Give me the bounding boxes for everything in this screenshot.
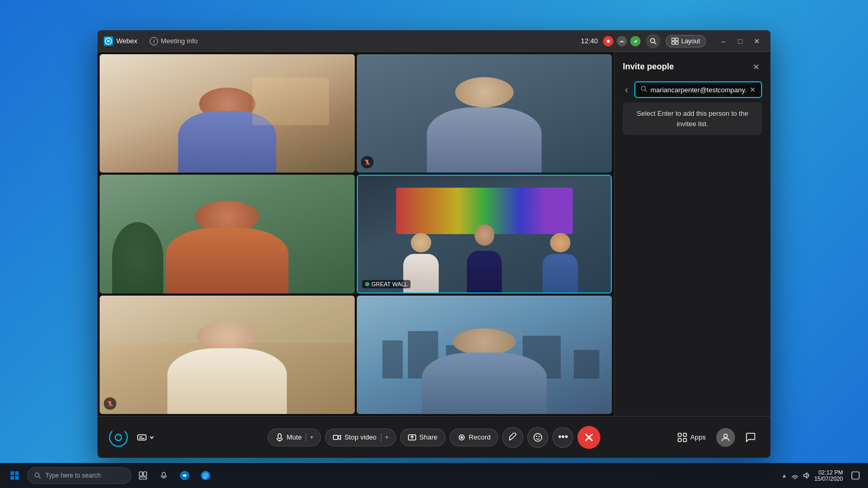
taskbar-time: 02:12 PM 15/07/2020	[814, 469, 843, 482]
speaker-name: GREAT WALL	[371, 281, 407, 287]
chat-button[interactable]	[741, 428, 760, 447]
mute-button[interactable]: Mute ▾	[268, 429, 321, 446]
record-label: Record	[469, 433, 491, 441]
end-call-button[interactable]	[577, 426, 600, 449]
ai-assistant-button[interactable]	[108, 427, 129, 448]
people-button[interactable]	[716, 428, 735, 447]
invite-panel-header: Invite people ✕	[623, 60, 762, 73]
toolbar: Mute ▾ Stop video ▾	[98, 416, 770, 458]
annotate-button[interactable]	[502, 427, 523, 448]
taskbar-search[interactable]: Type here to search	[27, 467, 131, 484]
toolbar-center: Mute ▾ Stop video ▾	[268, 426, 601, 449]
svg-rect-46	[143, 472, 147, 476]
meeting-info-label: Meeting info	[161, 37, 198, 45]
svg-point-28	[460, 436, 463, 438]
maximize-button[interactable]: □	[733, 34, 748, 48]
ai-circle-icon	[109, 428, 128, 447]
share-label: Share	[419, 433, 438, 441]
speaker-label: GREAT WALL	[362, 280, 411, 288]
close-panel-button[interactable]: ✕	[750, 60, 762, 73]
search-button[interactable]	[646, 34, 660, 48]
caption-button[interactable]	[133, 430, 159, 445]
toolbar-left	[108, 427, 159, 448]
svg-rect-45	[139, 472, 142, 476]
invite-tooltip-text: Select Enter to add this person to the i…	[637, 109, 749, 128]
titlebar: Webex i Meeting info 12:40	[98, 30, 770, 52]
share-button[interactable]: Share	[400, 429, 445, 446]
window-controls: – □ ✕	[716, 34, 764, 48]
svg-rect-4	[672, 38, 674, 41]
status-dot-3	[630, 36, 641, 46]
close-button[interactable]: ✕	[750, 34, 764, 48]
status-dot-2	[617, 36, 627, 46]
video-cell-1	[100, 54, 355, 173]
layout-label: Layout	[681, 38, 700, 45]
taskview-icon[interactable]	[134, 466, 152, 485]
start-button[interactable]	[4, 465, 25, 486]
notification-button[interactable]	[847, 467, 864, 484]
taskbar-right: ▲ 02:12 PM 15/07/2020	[781, 467, 864, 484]
svg-rect-37	[683, 438, 686, 442]
recording-indicator	[603, 36, 613, 46]
svg-point-38	[724, 434, 728, 437]
invite-title: Invite people	[623, 62, 674, 71]
svg-rect-6	[672, 42, 674, 44]
taskbar-clock: 02:12 PM	[814, 469, 843, 475]
svg-rect-40	[15, 471, 19, 475]
emoji-button[interactable]	[527, 427, 548, 448]
system-tray-expand[interactable]: ▲	[781, 472, 787, 479]
search-nav: ‹ ✕	[623, 81, 762, 98]
svg-line-17	[645, 90, 647, 92]
layout-button[interactable]: Layout	[666, 35, 706, 47]
svg-point-2	[650, 39, 655, 43]
video-cell-3	[100, 175, 355, 293]
svg-rect-47	[139, 477, 147, 479]
clear-input-button[interactable]: ✕	[750, 86, 756, 94]
svg-point-18	[115, 434, 122, 441]
meeting-info-tab[interactable]: i Meeting info	[146, 35, 202, 47]
apps-button[interactable]: Apps	[673, 430, 710, 445]
video-cell-2	[357, 54, 612, 173]
more-button[interactable]: •••	[552, 427, 573, 448]
video-cell-6	[357, 296, 612, 414]
svg-line-44	[39, 477, 41, 479]
svg-rect-48	[162, 472, 165, 477]
minimize-button[interactable]: –	[716, 34, 731, 48]
mute-icon-5	[104, 397, 116, 410]
speaker-active-dot	[365, 282, 369, 286]
svg-rect-24	[333, 435, 338, 440]
mute-chevron-icon: ▾	[310, 434, 313, 440]
svg-line-3	[654, 42, 656, 44]
invite-panel: Invite people ✕ ‹ ✕ Select En	[614, 52, 770, 416]
more-dots: •••	[558, 432, 568, 443]
stop-video-label: Stop video	[344, 433, 376, 441]
back-button[interactable]: ‹	[623, 82, 630, 97]
svg-rect-5	[676, 38, 678, 41]
svg-rect-19	[138, 435, 146, 440]
taskbar-webex-icon[interactable]	[175, 466, 194, 485]
stop-video-button[interactable]: Stop video ▾	[325, 429, 395, 446]
info-icon: i	[150, 37, 158, 45]
taskbar-search-placeholder: Type here to search	[45, 472, 101, 479]
svg-point-30	[536, 435, 537, 436]
video-grid: GREAT WALL	[98, 52, 614, 416]
mute-divider	[306, 433, 306, 442]
video-cell-5	[100, 296, 355, 414]
taskbar-edge-icon[interactable]	[196, 466, 215, 485]
video-divider	[381, 433, 381, 442]
microphone-icon[interactable]	[154, 466, 173, 485]
volume-icon	[803, 472, 810, 479]
svg-rect-34	[678, 433, 681, 436]
webex-icon	[104, 36, 113, 46]
record-button[interactable]: Record	[450, 429, 499, 446]
webex-window: Webex i Meeting info 12:40	[98, 30, 770, 458]
invite-search-input[interactable]	[650, 86, 746, 94]
svg-point-43	[35, 473, 39, 477]
status-indicators	[603, 36, 641, 46]
video-cell-4-active: GREAT WALL	[357, 175, 612, 293]
taskbar: Type here to search ▲	[0, 463, 868, 488]
svg-rect-39	[10, 471, 14, 475]
svg-rect-22	[278, 434, 281, 438]
webex-brand: Webex	[104, 36, 137, 46]
taskbar-date: 15/07/2020	[814, 475, 843, 482]
